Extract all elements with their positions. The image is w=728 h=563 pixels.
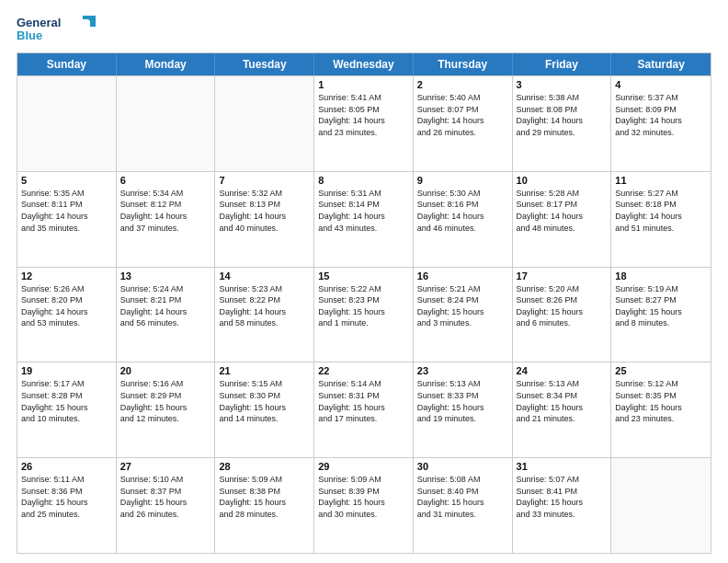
day-cell-3: 3Sunrise: 5:38 AM Sunset: 8:08 PM Daylig… — [513, 76, 612, 171]
day-info: Sunrise: 5:34 AM Sunset: 8:12 PM Dayligh… — [120, 188, 211, 234]
day-number: 12 — [21, 270, 112, 282]
day-number: 25 — [615, 365, 707, 376]
day-number: 20 — [120, 365, 211, 376]
empty-cell — [17, 76, 117, 171]
day-cell-1: 1Sunrise: 5:41 AM Sunset: 8:05 PM Daylig… — [314, 76, 414, 171]
calendar-header: SundayMondayTuesdayWednesdayThursdayFrid… — [17, 53, 711, 75]
day-info: Sunrise: 5:21 AM Sunset: 8:24 PM Dayligh… — [417, 283, 508, 329]
day-cell-22: 22Sunrise: 5:14 AM Sunset: 8:31 PM Dayli… — [314, 362, 414, 457]
day-header-saturday: Saturday — [611, 53, 711, 75]
day-number: 3 — [517, 79, 608, 90]
day-number: 16 — [417, 270, 508, 282]
day-number: 28 — [219, 461, 310, 472]
day-cell-28: 28Sunrise: 5:09 AM Sunset: 8:38 PM Dayli… — [215, 458, 314, 553]
day-info: Sunrise: 5:30 AM Sunset: 8:16 PM Dayligh… — [417, 188, 508, 234]
day-info: Sunrise: 5:37 AM Sunset: 8:09 PM Dayligh… — [615, 92, 707, 138]
day-cell-10: 10Sunrise: 5:28 AM Sunset: 8:17 PM Dayli… — [513, 172, 612, 267]
day-cell-14: 14Sunrise: 5:23 AM Sunset: 8:22 PM Dayli… — [215, 268, 314, 362]
calendar-body: 1Sunrise: 5:41 AM Sunset: 8:05 PM Daylig… — [17, 75, 711, 553]
day-cell-2: 2Sunrise: 5:40 AM Sunset: 8:07 PM Daylig… — [414, 76, 513, 171]
day-cell-30: 30Sunrise: 5:08 AM Sunset: 8:40 PM Dayli… — [414, 458, 513, 553]
day-info: Sunrise: 5:09 AM Sunset: 8:38 PM Dayligh… — [219, 474, 310, 520]
day-info: Sunrise: 5:24 AM Sunset: 8:21 PM Dayligh… — [120, 283, 211, 329]
page-header: General Blue — [17, 14, 711, 43]
calendar-row-4: 19Sunrise: 5:17 AM Sunset: 8:28 PM Dayli… — [17, 362, 711, 457]
day-number: 31 — [517, 461, 608, 472]
day-cell-17: 17Sunrise: 5:20 AM Sunset: 8:26 PM Dayli… — [513, 268, 612, 362]
day-cell-4: 4Sunrise: 5:37 AM Sunset: 8:09 PM Daylig… — [611, 76, 711, 171]
day-info: Sunrise: 5:13 AM Sunset: 8:34 PM Dayligh… — [517, 378, 608, 424]
day-info: Sunrise: 5:11 AM Sunset: 8:36 PM Dayligh… — [21, 474, 112, 520]
day-header-sunday: Sunday — [17, 53, 117, 75]
day-number: 13 — [120, 270, 211, 282]
day-cell-24: 24Sunrise: 5:13 AM Sunset: 8:34 PM Dayli… — [513, 362, 612, 457]
day-cell-16: 16Sunrise: 5:21 AM Sunset: 8:24 PM Dayli… — [414, 268, 513, 362]
empty-cell — [117, 76, 216, 171]
day-cell-27: 27Sunrise: 5:10 AM Sunset: 8:37 PM Dayli… — [117, 458, 216, 553]
day-number: 27 — [120, 461, 211, 472]
day-info: Sunrise: 5:20 AM Sunset: 8:26 PM Dayligh… — [517, 283, 608, 329]
empty-cell — [215, 76, 314, 171]
day-info: Sunrise: 5:23 AM Sunset: 8:22 PM Dayligh… — [219, 283, 310, 329]
day-number: 6 — [120, 175, 211, 186]
calendar: SundayMondayTuesdayWednesdayThursdayFrid… — [17, 52, 711, 554]
day-info: Sunrise: 5:31 AM Sunset: 8:14 PM Dayligh… — [318, 188, 409, 234]
day-cell-5: 5Sunrise: 5:35 AM Sunset: 8:11 PM Daylig… — [17, 172, 117, 267]
day-info: Sunrise: 5:15 AM Sunset: 8:30 PM Dayligh… — [219, 378, 310, 424]
day-info: Sunrise: 5:22 AM Sunset: 8:23 PM Dayligh… — [318, 283, 409, 329]
day-cell-9: 9Sunrise: 5:30 AM Sunset: 8:16 PM Daylig… — [414, 172, 513, 267]
day-number: 23 — [417, 365, 508, 376]
day-info: Sunrise: 5:16 AM Sunset: 8:29 PM Dayligh… — [120, 378, 211, 424]
logo-icon: General Blue — [17, 14, 99, 43]
day-number: 19 — [21, 365, 112, 376]
day-number: 15 — [318, 270, 409, 282]
day-number: 24 — [517, 365, 608, 376]
day-info: Sunrise: 5:41 AM Sunset: 8:05 PM Dayligh… — [318, 92, 409, 138]
calendar-row-2: 5Sunrise: 5:35 AM Sunset: 8:11 PM Daylig… — [17, 171, 711, 267]
day-cell-18: 18Sunrise: 5:19 AM Sunset: 8:27 PM Dayli… — [611, 268, 711, 362]
day-info: Sunrise: 5:17 AM Sunset: 8:28 PM Dayligh… — [21, 378, 112, 424]
day-number: 26 — [21, 461, 112, 472]
day-info: Sunrise: 5:13 AM Sunset: 8:33 PM Dayligh… — [417, 378, 508, 424]
day-number: 8 — [318, 175, 409, 186]
day-cell-13: 13Sunrise: 5:24 AM Sunset: 8:21 PM Dayli… — [117, 268, 216, 362]
day-info: Sunrise: 5:14 AM Sunset: 8:31 PM Dayligh… — [318, 378, 409, 424]
day-info: Sunrise: 5:38 AM Sunset: 8:08 PM Dayligh… — [517, 92, 608, 138]
day-info: Sunrise: 5:08 AM Sunset: 8:40 PM Dayligh… — [417, 474, 508, 520]
day-number: 22 — [318, 365, 409, 376]
day-info: Sunrise: 5:27 AM Sunset: 8:18 PM Dayligh… — [615, 188, 707, 234]
day-info: Sunrise: 5:40 AM Sunset: 8:07 PM Dayligh… — [417, 92, 508, 138]
day-cell-23: 23Sunrise: 5:13 AM Sunset: 8:33 PM Dayli… — [414, 362, 513, 457]
day-number: 11 — [615, 175, 707, 186]
day-cell-29: 29Sunrise: 5:09 AM Sunset: 8:39 PM Dayli… — [314, 458, 414, 553]
day-number: 10 — [517, 175, 608, 186]
svg-text:Blue: Blue — [17, 29, 42, 42]
day-number: 1 — [318, 79, 409, 90]
day-header-monday: Monday — [117, 53, 216, 75]
day-cell-11: 11Sunrise: 5:27 AM Sunset: 8:18 PM Dayli… — [611, 172, 711, 267]
day-header-tuesday: Tuesday — [215, 53, 314, 75]
day-cell-7: 7Sunrise: 5:32 AM Sunset: 8:13 PM Daylig… — [215, 172, 314, 267]
day-number: 29 — [318, 461, 409, 472]
day-info: Sunrise: 5:19 AM Sunset: 8:27 PM Dayligh… — [615, 283, 707, 329]
day-cell-19: 19Sunrise: 5:17 AM Sunset: 8:28 PM Dayli… — [17, 362, 117, 457]
day-number: 7 — [219, 175, 310, 186]
day-number: 14 — [219, 270, 310, 282]
day-cell-8: 8Sunrise: 5:31 AM Sunset: 8:14 PM Daylig… — [314, 172, 414, 267]
day-header-wednesday: Wednesday — [314, 53, 414, 75]
day-cell-6: 6Sunrise: 5:34 AM Sunset: 8:12 PM Daylig… — [117, 172, 216, 267]
svg-text:General: General — [17, 16, 61, 29]
day-header-friday: Friday — [513, 53, 612, 75]
day-header-thursday: Thursday — [414, 53, 513, 75]
day-number: 21 — [219, 365, 310, 376]
logo: General Blue — [17, 14, 99, 43]
day-cell-15: 15Sunrise: 5:22 AM Sunset: 8:23 PM Dayli… — [314, 268, 414, 362]
calendar-row-1: 1Sunrise: 5:41 AM Sunset: 8:05 PM Daylig… — [17, 75, 711, 171]
day-info: Sunrise: 5:35 AM Sunset: 8:11 PM Dayligh… — [21, 188, 112, 234]
day-cell-31: 31Sunrise: 5:07 AM Sunset: 8:41 PM Dayli… — [513, 458, 612, 553]
day-cell-21: 21Sunrise: 5:15 AM Sunset: 8:30 PM Dayli… — [215, 362, 314, 457]
day-info: Sunrise: 5:28 AM Sunset: 8:17 PM Dayligh… — [517, 188, 608, 234]
day-cell-20: 20Sunrise: 5:16 AM Sunset: 8:29 PM Dayli… — [117, 362, 216, 457]
day-info: Sunrise: 5:10 AM Sunset: 8:37 PM Dayligh… — [120, 474, 211, 520]
day-number: 5 — [21, 175, 112, 186]
